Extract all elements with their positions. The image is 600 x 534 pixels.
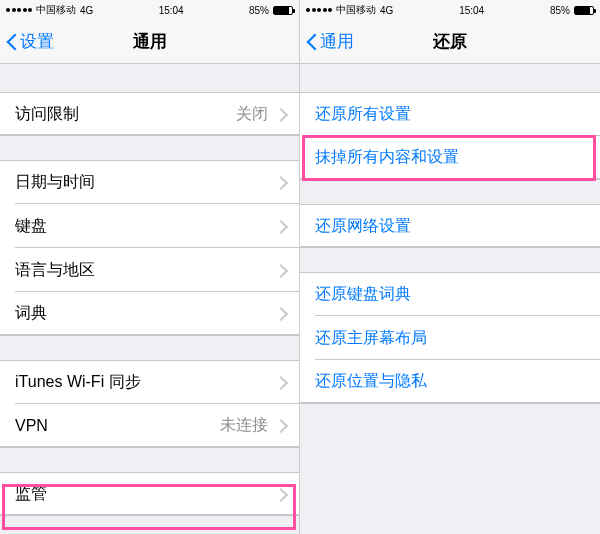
row-profiles[interactable]: 监管: [0, 472, 299, 516]
network-label: 4G: [80, 5, 93, 16]
nav-back-button[interactable]: 设置: [0, 30, 54, 53]
signal-dots-icon: [6, 8, 32, 12]
chevron-right-icon: [276, 176, 284, 189]
chevron-right-icon: [276, 376, 284, 389]
nav-bar: 设置 通用: [0, 20, 299, 64]
row-label: 还原所有设置: [315, 104, 411, 125]
row-itunes-wifi-sync[interactable]: iTunes Wi-Fi 同步: [0, 360, 299, 404]
row-label: 访问限制: [15, 104, 79, 125]
row-value: 未连接: [220, 415, 268, 436]
chevron-right-icon: [276, 419, 284, 432]
row-date-time[interactable]: 日期与时间: [0, 160, 299, 204]
carrier-label: 中国移动: [36, 3, 76, 17]
nav-back-label: 通用: [320, 30, 354, 53]
row-label: iTunes Wi-Fi 同步: [15, 372, 141, 393]
chevron-right-icon: [276, 108, 284, 121]
row-label: 键盘: [15, 216, 47, 237]
row-erase-all-content[interactable]: 抹掉所有内容和设置: [300, 136, 600, 180]
row-value: 关闭: [236, 104, 268, 125]
row-dictionary[interactable]: 词典: [0, 292, 299, 336]
chevron-right-icon: [276, 264, 284, 277]
chevron-right-icon: [276, 488, 284, 501]
network-label: 4G: [380, 5, 393, 16]
battery-icon: [574, 6, 594, 15]
chevron-right-icon: [276, 307, 284, 320]
battery-icon: [273, 6, 293, 15]
chevron-left-icon: [306, 32, 318, 52]
chevron-right-icon: [276, 220, 284, 233]
status-bar: 中国移动 4G 15:04 85%: [0, 0, 299, 20]
reset-list: 还原所有设置 抹掉所有内容和设置 还原网络设置 还原键盘词典: [300, 92, 600, 404]
clock-label: 15:04: [159, 5, 184, 16]
row-reset-all-settings[interactable]: 还原所有设置: [300, 92, 600, 136]
row-keyboard[interactable]: 键盘: [0, 204, 299, 248]
nav-back-button[interactable]: 通用: [300, 30, 354, 53]
row-label: 还原网络设置: [315, 216, 411, 237]
row-reset-location-privacy[interactable]: 还原位置与隐私: [300, 360, 600, 404]
row-label: 还原位置与隐私: [315, 371, 427, 392]
row-label: 词典: [15, 303, 47, 324]
chevron-left-icon: [6, 32, 18, 52]
clock-label: 15:04: [459, 5, 484, 16]
row-label: 语言与地区: [15, 260, 95, 281]
row-label: 抹掉所有内容和设置: [315, 147, 459, 168]
row-label: 还原键盘词典: [315, 284, 411, 305]
row-label: 还原主屏幕布局: [315, 328, 427, 349]
row-reset-network[interactable]: 还原网络设置: [300, 204, 600, 248]
screen-general: 中国移动 4G 15:04 85% 设置 通用 访问限制 关闭: [0, 0, 300, 534]
battery-percent: 85%: [249, 5, 269, 16]
carrier-label: 中国移动: [336, 3, 376, 17]
signal-dots-icon: [306, 8, 332, 12]
row-label: VPN: [15, 417, 48, 435]
row-language-region[interactable]: 语言与地区: [0, 248, 299, 292]
settings-list: 访问限制 关闭 日期与时间 键盘: [0, 92, 299, 534]
row-access-restrictions[interactable]: 访问限制 关闭: [0, 92, 299, 136]
nav-back-label: 设置: [20, 30, 54, 53]
nav-bar: 通用 还原: [300, 20, 600, 64]
status-bar: 中国移动 4G 15:04 85%: [300, 0, 600, 20]
row-reset-keyboard-dict[interactable]: 还原键盘词典: [300, 272, 600, 316]
screen-reset: 中国移动 4G 15:04 85% 通用 还原 还原所有设置: [300, 0, 600, 534]
row-label: 日期与时间: [15, 172, 95, 193]
row-reset-home-layout[interactable]: 还原主屏幕布局: [300, 316, 600, 360]
row-vpn[interactable]: VPN 未连接: [0, 404, 299, 448]
battery-percent: 85%: [550, 5, 570, 16]
row-label: 监管: [15, 484, 47, 505]
